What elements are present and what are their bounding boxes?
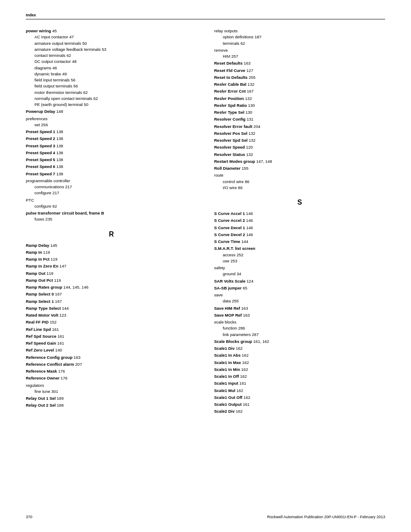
sub-smart-list-screen: access 252 use 253 [214, 252, 385, 264]
entry-relay-outputs: relay outputs option definitions 187 ter… [214, 28, 385, 47]
right-column: relay outputs option definitions 187 ter… [214, 28, 385, 416]
entry-scale-blocks: scale blocks function 286 link parameter… [214, 319, 385, 338]
entry-reference-config-group: Reference Config group 163 [26, 355, 197, 361]
entry-smart-list-screen: S.M.A.R.T. list screen access 252 use 25… [214, 246, 385, 264]
entry-ramp-in-zero-en: Ramp In Zero En 147 [26, 263, 197, 269]
list-item: fuses 235 [34, 216, 197, 222]
sub-pulse-transformer: fuses 235 [26, 216, 197, 222]
entry-scale1-input: Scale1 Input 161 [214, 380, 385, 386]
entry-ramp-delay: Ramp Delay 145 [26, 243, 197, 249]
entry-s-curve-accel-2: S Curve Accel 2 146 [214, 218, 385, 224]
entry-ref-zero-level: Ref Zero Level 140 [26, 347, 197, 353]
entry-s-curve-time: S Curve Time 144 [214, 239, 385, 245]
entry-preset-speed-7: Preset Speed 7 138 [26, 171, 197, 177]
list-item: armature output terminals 50 [34, 40, 197, 47]
entry-relay-out-1-sel: Relay Out 1 Sel 189 [26, 395, 197, 401]
entry-save: save data 255 [214, 292, 385, 305]
entry-reset-defaults: Reset Defaults 163 [214, 60, 385, 66]
entry-regulators: regulators fine tune 301 [26, 383, 197, 395]
entry-ref-spd-source: Ref Spd Source 161 [26, 333, 197, 339]
entry-ramp-rates-group: Ramp Rates group 144, 145, 146 [26, 284, 197, 290]
footer-page-number: 370 [26, 515, 32, 519]
footer-publisher: Rockwell Automation Publication 20P-UM00… [267, 515, 385, 519]
list-item: ground 34 [223, 271, 385, 277]
section-s-letter: S [214, 199, 385, 206]
entry-scale1-in-max: Scale1 In Max 162 [214, 360, 385, 366]
left-column: power wiring 45 AC input contactor 47 ar… [26, 28, 197, 416]
entry-reset-to-defaults: Reset to Defaults 255 [214, 75, 385, 81]
entry-scale1-in-off: Scale1 In Off 162 [214, 373, 385, 380]
entry-sar-volts-scale: SAR Volts Scale 124 [214, 278, 385, 284]
entry-relay-out-2-sel: Relay Out 2 Sel 188 [26, 402, 197, 408]
list-item: HIM 257 [223, 53, 385, 59]
entry-ramp-in-pct: Ramp In Pct 119 [26, 256, 197, 262]
list-item: option definitions 187 [223, 34, 385, 40]
entry-safety: safety ground 34 [214, 265, 385, 277]
sub-save: data 255 [214, 298, 385, 304]
entry-reslvr-error-cnt: Reslvr Error Cnt 167 [214, 88, 385, 94]
entry-resolver-pos-sel: Resolver Pos Sel 132 [214, 131, 385, 137]
entry-reference-owner: Reference Owner 176 [26, 375, 197, 381]
list-item: armature voltage feedback terminals 53 [34, 47, 197, 53]
page-header: Index [26, 13, 385, 19]
entry-s-curve-decel-2: S Curve Decel 2 146 [214, 232, 385, 238]
entry-ramp-in: Ramp In 119 [26, 249, 197, 255]
sub-ptc: configure 62 [26, 203, 197, 209]
entry-ref-line-spd: Ref Line Spd 161 [26, 327, 197, 333]
entry-resolver-spd-sel: Resolver Spd Sel 132 [214, 137, 385, 143]
sub-relay-outputs: option definitions 187 terminals 62 [214, 34, 385, 47]
entry-programmable-controller: programmable controller communications 2… [26, 178, 197, 196]
entry-scale1-div: Scale1 Div 162 [214, 345, 385, 352]
list-item: data 255 [223, 298, 385, 304]
list-item: PE (earth ground) terminal 50 [34, 102, 197, 108]
entry-reset-fld-curve: Reset Fld Curve 127 [214, 68, 385, 74]
list-item: diagrams 46 [34, 65, 197, 71]
list-item: DC output contactor 48 [34, 59, 197, 65]
entry-real-ff-pid: Real FF PID 152 [26, 319, 197, 325]
entry-save-him-ref: Save HIM Ref 163 [214, 305, 385, 311]
entry-ramp-select-0: Ramp Select 0 167 [26, 291, 197, 297]
entry-scale1-mul: Scale1 Mul 162 [214, 388, 385, 394]
page-footer: 370 Rockwell Automation Publication 20P-… [0, 515, 411, 519]
entry-ramp-out: Ramp Out 119 [26, 271, 197, 277]
section-r-letter: R [26, 230, 197, 238]
entry-scale2-div: Scale2 Div 162 [214, 408, 385, 414]
list-item: configure 217 [34, 190, 197, 196]
sub-route: control wire 86 I/O wire 86 [214, 179, 385, 191]
list-item: dynamic brake 49 [34, 71, 197, 77]
list-item: access 252 [223, 252, 385, 258]
entry-rated-motor-volt: Rated Motor Volt 123 [26, 312, 197, 318]
entry-roll-diameter: Roll Diameter 155 [214, 165, 385, 171]
entry-remove: remove HIM 257 [214, 47, 385, 60]
sub-programmable-controller: communications 217 configure 217 [26, 184, 197, 196]
entry-route: route control wire 86 I/O wire 86 [214, 172, 385, 191]
list-item: set 256 [34, 122, 197, 128]
entry-powerup-delay: Powerup Delay 148 [26, 109, 197, 115]
entry-preset-speed-5: Preset Speed 5 138 [26, 157, 197, 163]
list-item: use 253 [223, 258, 385, 264]
entry-reslvr-position: Reslvr Position 132 [214, 96, 385, 102]
entry-scale-blocks-group: Scale Blocks group 161, 162 [214, 339, 385, 345]
sub-preferences: set 256 [26, 122, 197, 128]
list-item: field output terminals 56 [34, 83, 197, 89]
list-item: control wire 86 [223, 179, 385, 185]
list-item: contact terminals 62 [34, 53, 197, 59]
entry-save-mop-ref: Save MOP Ref 163 [214, 312, 385, 318]
entry-ptc: PTC configure 62 [26, 197, 197, 210]
sub-safety: ground 34 [214, 271, 385, 277]
sub-regulators: fine tune 301 [26, 389, 197, 395]
sub-power-wiring: AC input contactor 47 armature output te… [26, 34, 197, 108]
entry-ramp-type-select: Ramp Type Select 144 [26, 305, 197, 311]
entry-restart-modes-group: Restart Modes group 147, 148 [214, 159, 385, 165]
entry-preset-speed-1: Preset Speed 1 138 [26, 129, 197, 135]
entry-s-curve-accel-1: S Curve Accel 1 146 [214, 211, 385, 217]
entry-preset-speed-2: Preset Speed 2 138 [26, 136, 197, 142]
entry-preset-speed-3: Preset Speed 3 138 [26, 143, 197, 149]
list-item: fine tune 301 [34, 389, 197, 395]
entry-reslvr-type-sel: Reslvr Type Sel 130 [214, 109, 385, 115]
sub-scale-blocks: function 286 link parameters 287 [214, 325, 385, 338]
entry-scale1-out-off: Scale1 Out Off 162 [214, 395, 385, 401]
entry-resolver-error-fault: Resolver Error fault 204 [214, 124, 385, 130]
entry-reslvr-spd-ratio: Reslvr Spd Ratio 130 [214, 103, 385, 109]
list-item: normally open contact terminals 62 [34, 96, 197, 102]
